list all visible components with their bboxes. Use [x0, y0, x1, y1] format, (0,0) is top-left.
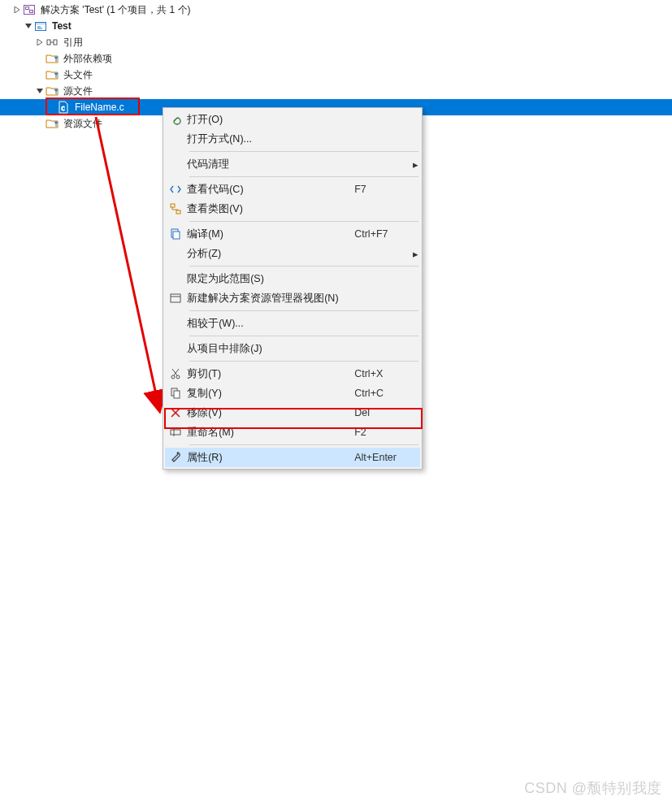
project-icon [34, 20, 47, 32]
tree-row-references[interactable]: 引用 [0, 34, 672, 50]
menu-label: 查看代码(C) [185, 183, 354, 197]
menu-label: 分析(Z) [185, 247, 354, 261]
menu-cut[interactable]: 剪切(T) Ctrl+X [165, 364, 420, 384]
menu-label: 从项目中排除(J) [185, 342, 354, 356]
menu-compile[interactable]: 编译(M) Ctrl+F7 [165, 224, 420, 244]
svg-rect-21 [171, 430, 180, 435]
wrench-icon [165, 448, 185, 467]
menu-separator [189, 151, 418, 152]
tree-row-header-files[interactable]: 头文件 [0, 67, 672, 83]
menu-view-class[interactable]: 查看类图(V) [165, 199, 420, 219]
menu-shortcut: Ctrl+X [354, 368, 411, 379]
tree-row-solution[interactable]: 解决方案 'Test' (1 个项目，共 1 个) [0, 2, 672, 18]
menu-scope-to-this[interactable]: 限定为此范围(S) [165, 269, 420, 288]
tree-row-project[interactable]: Test [0, 18, 672, 34]
menu-separator [189, 444, 418, 445]
project-label: Test [50, 18, 72, 34]
folder-filter-icon [46, 117, 59, 130]
expander-collapsed-icon[interactable] [34, 37, 46, 48]
expander-collapsed-icon[interactable] [11, 4, 23, 15]
menu-label: 相较于(W)... [185, 317, 354, 331]
menu-properties[interactable]: 属性(R) Alt+Enter [165, 448, 420, 467]
expander-placeholder [34, 69, 46, 80]
solution-icon [23, 3, 36, 16]
svg-rect-8 [54, 40, 57, 45]
view-code-icon [165, 180, 185, 199]
menu-separator [189, 221, 418, 222]
cut-icon [165, 364, 185, 384]
svg-rect-15 [171, 294, 180, 302]
menu-shortcut: Ctrl+F7 [354, 228, 411, 240]
class-diagram-icon [165, 199, 185, 219]
menu-shortcut: F7 [354, 184, 411, 195]
external-deps-label: 外部依赖项 [62, 50, 112, 67]
menu-label: 剪切(T) [185, 367, 354, 381]
menu-code-cleanup[interactable]: 代码清理 ▸ [165, 154, 420, 174]
submenu-arrow-icon: ▸ [411, 248, 420, 260]
menu-label: 编译(M) [185, 228, 354, 241]
tree-row-source-files[interactable]: 源文件 [0, 83, 672, 99]
folder-filter-icon [46, 68, 59, 81]
references-label: 引用 [62, 34, 83, 50]
remove-x-icon [165, 403, 185, 422]
svg-point-17 [171, 375, 175, 379]
menu-copy[interactable]: 复制(Y) Ctrl+C [165, 384, 420, 403]
new-window-icon [165, 288, 185, 308]
menu-remove[interactable]: 移除(V) Del [165, 403, 420, 422]
svg-rect-12 [176, 210, 180, 214]
menu-open[interactable]: 打开(O) [165, 110, 420, 129]
source-files-label: 源文件 [62, 83, 93, 99]
menu-label: 代码清理 [185, 158, 354, 171]
svg-rect-11 [171, 204, 175, 207]
svg-point-18 [176, 375, 180, 379]
menu-compare-with[interactable]: 相较于(W)... [165, 314, 420, 333]
expander-placeholder [34, 53, 46, 64]
menu-analyze[interactable]: 分析(Z) ▸ [165, 244, 420, 263]
svg-text:c: c [61, 105, 65, 112]
svg-rect-14 [173, 232, 180, 239]
menu-separator [189, 336, 418, 336]
file-label: FileName.c [73, 99, 124, 115]
submenu-arrow-icon: ▸ [411, 158, 420, 171]
expander-expanded-icon[interactable] [23, 20, 34, 32]
expander-placeholder [46, 102, 57, 113]
menu-shortcut: F2 [354, 427, 411, 438]
copy-icon [165, 384, 185, 403]
menu-rename[interactable]: 重命名(M) F2 [165, 422, 420, 442]
svg-rect-7 [47, 40, 50, 45]
references-icon [46, 36, 59, 49]
menu-view-code[interactable]: 查看代码(C) F7 [165, 180, 420, 199]
menu-label: 复制(Y) [185, 387, 354, 401]
svg-rect-2 [30, 11, 33, 13]
c-file-icon: c [57, 101, 70, 114]
svg-rect-4 [36, 23, 46, 25]
menu-label: 打开(O) [185, 113, 354, 127]
menu-separator [189, 176, 418, 177]
folder-filter-icon [46, 84, 59, 98]
menu-open-with[interactable]: 打开方式(N)... [165, 129, 420, 149]
menu-separator [189, 266, 418, 266]
menu-shortcut: Ctrl+C [354, 388, 411, 399]
menu-shortcut: Alt+Enter [354, 452, 411, 463]
menu-exclude-from-project[interactable]: 从项目中排除(J) [165, 339, 420, 358]
menu-label: 移除(V) [185, 406, 354, 420]
menu-label: 新建解决方案资源管理器视图(N) [185, 292, 354, 306]
expander-expanded-icon[interactable] [34, 85, 46, 97]
menu-shortcut: Del [354, 407, 411, 418]
solution-label: 解决方案 'Test' (1 个项目，共 1 个) [39, 2, 191, 18]
compile-icon [165, 224, 185, 244]
svg-rect-20 [174, 391, 180, 398]
menu-separator [189, 310, 418, 311]
menu-new-explorer-view[interactable]: 新建解决方案资源管理器视图(N) [165, 288, 420, 308]
expander-placeholder [34, 118, 46, 129]
watermark: CSDN @颓特别我度 [524, 778, 662, 798]
svg-line-23 [96, 117, 159, 410]
menu-label: 重命名(M) [185, 426, 354, 440]
menu-label: 打开方式(N)... [185, 132, 354, 146]
menu-label: 查看类图(V) [185, 202, 354, 216]
header-files-label: 头文件 [62, 67, 93, 83]
resource-files-label: 资源文件 [62, 115, 102, 132]
context-menu: 打开(O) 打开方式(N)... 代码清理 ▸ 查看代码(C) F7 查看类图(… [163, 107, 423, 470]
tree-row-external-deps[interactable]: 外部依赖项 [0, 50, 672, 67]
rename-icon [165, 422, 185, 442]
